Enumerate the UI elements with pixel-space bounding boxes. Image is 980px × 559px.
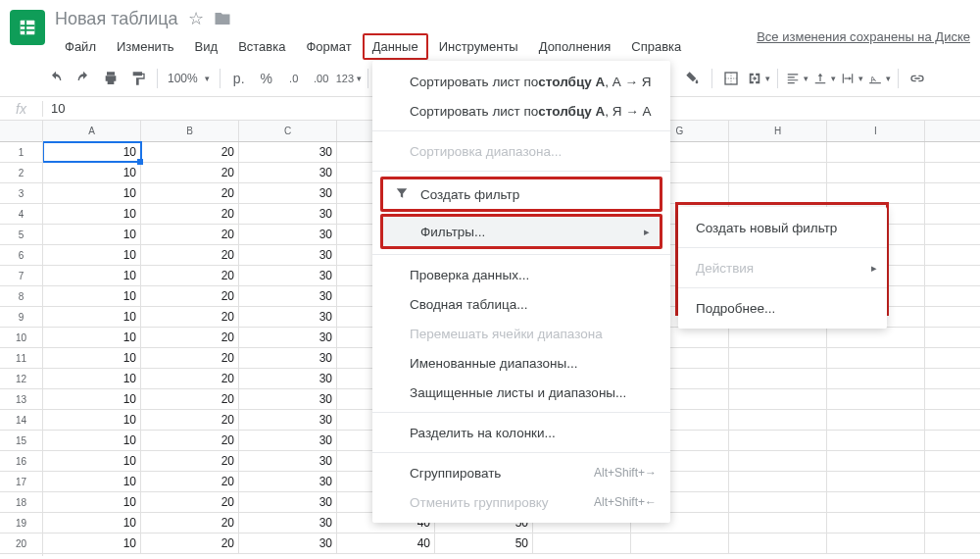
cell[interactable]: 10	[43, 225, 141, 244]
cell[interactable]: 10	[43, 472, 141, 491]
row-header[interactable]: 1	[0, 142, 42, 163]
cell[interactable]	[729, 328, 827, 347]
wrap-button[interactable]	[839, 66, 864, 91]
zoom-select[interactable]: 100%	[164, 72, 214, 85]
cell[interactable]: 10	[43, 410, 141, 430]
cell[interactable]: 30	[239, 225, 337, 244]
row-header[interactable]: 6	[0, 245, 42, 266]
cell[interactable]	[827, 410, 925, 430]
cell[interactable]: 10	[43, 431, 141, 450]
increase-decimal-button[interactable]: .00	[309, 66, 334, 91]
cell[interactable]: 10	[43, 348, 141, 368]
cell[interactable]: 30	[239, 369, 337, 388]
row-header[interactable]: 7	[0, 266, 42, 286]
cell[interactable]: 20	[141, 451, 239, 471]
print-button[interactable]	[98, 66, 123, 91]
row-header[interactable]: 4	[0, 204, 42, 225]
cell[interactable]	[729, 163, 827, 182]
menu-data-validation[interactable]: Проверка данных...	[372, 260, 670, 289]
cell[interactable]: 20	[141, 492, 239, 512]
cell[interactable]: 30	[239, 472, 337, 491]
column-header[interactable]: C	[239, 121, 337, 141]
menu-file[interactable]: Файл	[55, 33, 106, 60]
cell[interactable]: 30	[239, 245, 337, 265]
cell[interactable]: 20	[141, 225, 239, 244]
number-format-select[interactable]: 123	[336, 66, 362, 91]
row-header[interactable]: 15	[0, 431, 42, 451]
row-header[interactable]: 8	[0, 286, 42, 307]
cell[interactable]: 10	[43, 204, 141, 224]
menu-sort-za[interactable]: Сортировать лист по столбцу A, Я → А	[372, 96, 670, 126]
cell[interactable]: 30	[239, 348, 337, 368]
row-header[interactable]: 5	[0, 225, 42, 245]
cell[interactable]: 10	[43, 513, 141, 533]
column-header[interactable]: A	[43, 121, 141, 141]
halign-button[interactable]	[784, 66, 809, 91]
cell[interactable]: 20	[141, 163, 239, 182]
row-header[interactable]: 14	[0, 410, 42, 431]
menu-sort-az[interactable]: Сортировать лист по столбцу A, А → Я	[372, 67, 670, 96]
cell[interactable]: 30	[239, 410, 337, 430]
cell[interactable]	[827, 183, 925, 203]
cell[interactable]: 30	[239, 431, 337, 450]
menu-named-ranges[interactable]: Именованные диапазоны...	[372, 348, 670, 378]
row-header[interactable]: 9	[0, 307, 42, 328]
menu-addons[interactable]: Дополнения	[529, 33, 621, 60]
borders-button[interactable]	[718, 66, 744, 91]
cell[interactable]	[729, 451, 827, 471]
link-button[interactable]	[905, 66, 930, 91]
row-header[interactable]: 11	[0, 348, 42, 369]
cell[interactable]: 50	[435, 534, 533, 553]
cell[interactable]: 30	[239, 451, 337, 471]
valign-button[interactable]	[811, 66, 837, 91]
cell[interactable]: 20	[141, 307, 239, 327]
cell[interactable]	[827, 472, 925, 491]
cell[interactable]: 10	[43, 142, 141, 162]
row-header[interactable]: 13	[0, 389, 42, 410]
cell[interactable]: 20	[141, 142, 239, 162]
menu-filters[interactable]: Фильтры...	[383, 217, 660, 246]
percent-button[interactable]: %	[254, 66, 279, 91]
cell[interactable]	[729, 410, 827, 430]
cell[interactable]	[729, 431, 827, 450]
cell[interactable]	[827, 389, 925, 409]
menu-data[interactable]: Данные	[363, 33, 428, 60]
save-status-link[interactable]: Все изменения сохранены на Диске	[757, 29, 970, 44]
cell[interactable]: 30	[239, 328, 337, 347]
cell[interactable]: 20	[141, 513, 239, 533]
cell[interactable]: 10	[43, 369, 141, 388]
undo-button[interactable]	[43, 66, 69, 91]
row-header[interactable]: 10	[0, 328, 42, 348]
cell[interactable]	[827, 328, 925, 347]
star-icon[interactable]: ☆	[188, 8, 204, 29]
submenu-create-filter[interactable]: Создать новый фильтр	[678, 213, 887, 242]
cell[interactable]: 20	[141, 534, 239, 553]
row-header[interactable]: 17	[0, 472, 42, 492]
cell[interactable]: 40	[337, 534, 435, 553]
cell[interactable]: 20	[141, 328, 239, 347]
cell[interactable]: 30	[239, 183, 337, 203]
cell[interactable]: 20	[141, 183, 239, 203]
cell[interactable]: 10	[43, 163, 141, 182]
row-header[interactable]: 3	[0, 183, 42, 204]
cell[interactable]	[827, 451, 925, 471]
cell[interactable]: 20	[141, 410, 239, 430]
row-header[interactable]: 19	[0, 513, 42, 534]
cell[interactable]: 10	[43, 534, 141, 553]
cell[interactable]: 30	[239, 266, 337, 285]
cell[interactable]	[729, 348, 827, 368]
menu-group[interactable]: СгруппироватьAlt+Shift+→	[372, 458, 670, 487]
cell[interactable]: 30	[239, 389, 337, 409]
folder-icon[interactable]	[214, 9, 231, 29]
menu-insert[interactable]: Вставка	[228, 33, 295, 60]
cell[interactable]: 30	[239, 534, 337, 553]
cell[interactable]: 30	[239, 513, 337, 533]
paint-format-button[interactable]	[125, 66, 151, 91]
cell[interactable]: 30	[239, 286, 337, 306]
cell[interactable]: 10	[43, 245, 141, 265]
cell[interactable]: 20	[141, 389, 239, 409]
cell[interactable]: 10	[43, 183, 141, 203]
row-header[interactable]: 18	[0, 492, 42, 513]
menu-pivot-table[interactable]: Сводная таблица...	[372, 289, 670, 319]
cell[interactable]	[729, 142, 827, 162]
